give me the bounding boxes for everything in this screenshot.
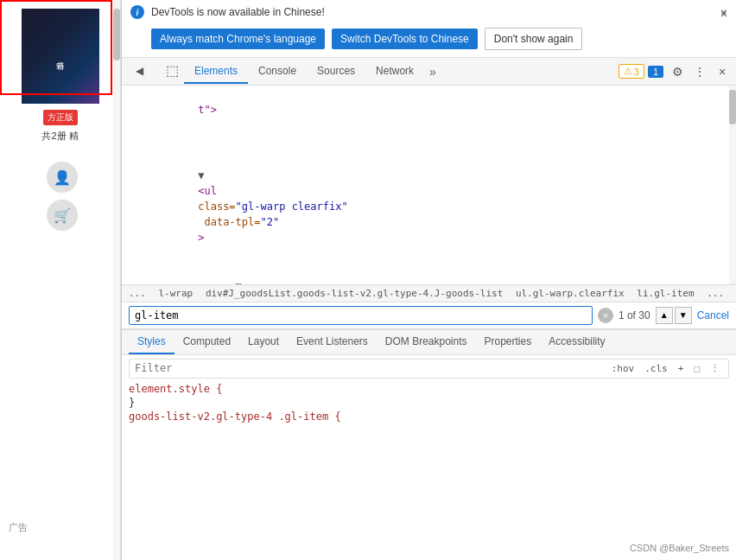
cls-button[interactable]: .cls <box>641 361 671 376</box>
search-bar: × 1 of 30 ▲ ▼ Cancel <box>122 302 736 329</box>
tab-elements[interactable]: ◀ <box>125 60 157 84</box>
tab-cursor[interactable]: ⬚ <box>161 62 184 80</box>
more-tabs-button[interactable]: » <box>424 65 441 79</box>
hov-button[interactable]: :hov <box>608 361 638 376</box>
notification-banner: i DevTools is now available in Chinese! … <box>122 0 736 58</box>
search-cancel-button[interactable]: Cancel <box>697 309 729 321</box>
style-selector-2: goods-list-v2.gl-type-4 .gl-item { <box>129 410 341 423</box>
cart-icon-button[interactable]: 🛒 <box>47 200 78 231</box>
breadcrumb-item-more[interactable]: ... <box>707 288 724 299</box>
breadcrumb-sep <box>149 288 155 299</box>
user-icon-button[interactable]: 👤 <box>47 162 78 193</box>
edition-badge: 方正版 <box>43 110 78 125</box>
devtools-close-button[interactable]: × <box>712 61 733 82</box>
tab-elements-label[interactable]: Elements <box>184 60 248 84</box>
dont-show-again-button[interactable]: Don't show again <box>485 28 583 50</box>
style-rule-element: element.style { <box>129 382 729 396</box>
more-options-button[interactable]: ⋮ <box>689 61 710 82</box>
more-styles-button[interactable]: ⋮ <box>707 361 723 376</box>
window-close-button[interactable]: × <box>720 7 727 21</box>
accessibility-tab-label: Accessibility <box>549 335 605 347</box>
search-input[interactable] <box>129 306 593 325</box>
triangle-icon <box>198 152 214 168</box>
filter-input[interactable] <box>135 362 603 374</box>
filter-actions: :hov .cls + ⬚ ⋮ <box>608 361 723 376</box>
devtools-panel: i DevTools is now available in Chinese! … <box>121 0 736 560</box>
main-layout: 书籍 方正版 共2册 精 👤 🛒 广告 i DevTool <box>0 0 736 560</box>
breadcrumb-sep <box>698 288 704 299</box>
main-window: × 书籍 方正版 共2册 精 👤 🛒 <box>0 0 736 560</box>
dom-scroll-thumb[interactable] <box>729 90 736 124</box>
more-vert-icon: ⋮ <box>694 65 706 79</box>
dom-line[interactable]: ▼ <ul class="gl-warp clearfix" data-tpl=… <box>122 134 736 262</box>
dom-content-area: t"> ▼ <ul class="gl-warp clearfix" data-… <box>122 86 736 284</box>
tab-properties[interactable]: Properties <box>476 330 541 354</box>
layout-tab-label: Layout <box>248 335 279 347</box>
book-image: 书籍 <box>22 9 99 104</box>
breadcrumb-ellipsis[interactable]: ... <box>129 288 146 299</box>
breadcrumb-sep <box>196 288 202 299</box>
style-rule-closing: } <box>129 396 729 410</box>
search-current: 1 <box>619 309 625 321</box>
notification-message: DevTools is now available in Chinese! <box>151 6 714 18</box>
switch-devtools-button[interactable]: Switch DevTools to Chinese <box>332 29 478 49</box>
style-rule-text: } <box>129 397 135 409</box>
always-match-button[interactable]: Always match Chrome's language <box>151 29 325 49</box>
info-badge[interactable]: 1 <box>648 66 663 78</box>
search-prev-button[interactable]: ▲ <box>656 307 673 324</box>
tab-badges: ⚠ 3 1 <box>619 64 663 79</box>
devtools-icon-buttons: ⚙ ⋮ × <box>667 61 733 82</box>
filter-bar: :hov .cls + ⬚ ⋮ <box>129 359 729 379</box>
dom-line[interactable]: ▼ <li data-sku="12543450" data-spu="1254… <box>122 262 736 284</box>
breadcrumb-item-ulglwarp[interactable]: ul.gl-warp.clearfix <box>516 288 625 299</box>
tab-layout[interactable]: Layout <box>239 330 288 354</box>
watermark-text: CSDN @Baker_Streets <box>630 543 729 553</box>
tab-console[interactable]: Console <box>248 60 307 84</box>
close-icon: × <box>719 65 726 79</box>
back-icon: ◀ <box>136 65 143 77</box>
tab-event-listeners[interactable]: Event Listeners <box>288 330 377 354</box>
tab-network[interactable]: Network <box>365 60 424 84</box>
search-next-button[interactable]: ▼ <box>675 307 692 324</box>
browser-area: 书籍 方正版 共2册 精 👤 🛒 广告 <box>0 0 121 560</box>
search-total: of 30 <box>627 309 650 321</box>
info-count: 1 <box>653 67 658 77</box>
tab-accessibility[interactable]: Accessibility <box>540 330 613 354</box>
breadcrumb-item-lwrap[interactable]: l-wrap <box>159 288 194 299</box>
settings-icon-button[interactable]: ⚙ <box>667 61 688 82</box>
dom-tag: t"> <box>198 104 217 116</box>
dom-breakpoints-tab-label: DOM Breakpoints <box>385 335 467 347</box>
clear-icon: × <box>603 310 608 321</box>
breadcrumb-item-goodslist[interactable]: div#J_goodsList.goods-list-v2.gl-type-4.… <box>206 288 503 299</box>
dom-attr: data-tpl= <box>198 216 260 228</box>
dom-scrollbar <box>729 86 736 284</box>
breadcrumb-sep <box>506 288 512 299</box>
inspect-style-button[interactable]: ⬚ <box>690 361 703 376</box>
event-listeners-tab-label: Event Listeners <box>296 335 368 347</box>
search-clear-button[interactable]: × <box>598 308 613 323</box>
dom-attr: class= <box>198 200 235 213</box>
breadcrumb-item-liglitem[interactable]: li.gl-item <box>637 288 694 299</box>
warning-badge[interactable]: ⚠ 3 <box>619 64 644 79</box>
tab-sources[interactable]: Sources <box>307 60 365 84</box>
styles-panel: :hov .cls + ⬚ ⋮ element.style { } goods-… <box>122 355 736 561</box>
user-icon: 👤 <box>54 169 71 186</box>
style-selector: element.style { <box>129 383 222 395</box>
scroll-thumb[interactable] <box>113 9 120 60</box>
cart-icon: 🛒 <box>54 207 71 224</box>
search-navigation: ▲ ▼ <box>656 307 692 324</box>
breadcrumb-sep <box>628 288 634 299</box>
tab-computed[interactable]: Computed <box>174 330 239 354</box>
tab-dom-breakpoints[interactable]: DOM Breakpoints <box>377 330 476 354</box>
dom-tag: <ul <box>198 185 223 197</box>
console-tab-label: Console <box>258 65 296 77</box>
dom-expand-icon: ▼ <box>198 280 248 284</box>
style-rule-goods: goods-list-v2.gl-type-4 .gl-item { <box>129 410 729 423</box>
dom-line[interactable]: t"> <box>122 86 736 134</box>
network-tab-label: Network <box>376 65 414 77</box>
tab-styles[interactable]: Styles <box>129 330 174 354</box>
warning-count: 3 <box>634 67 639 77</box>
computed-tab-label: Computed <box>183 335 231 347</box>
warning-icon: ⚠ <box>624 66 632 77</box>
add-style-button[interactable]: + <box>675 361 688 376</box>
